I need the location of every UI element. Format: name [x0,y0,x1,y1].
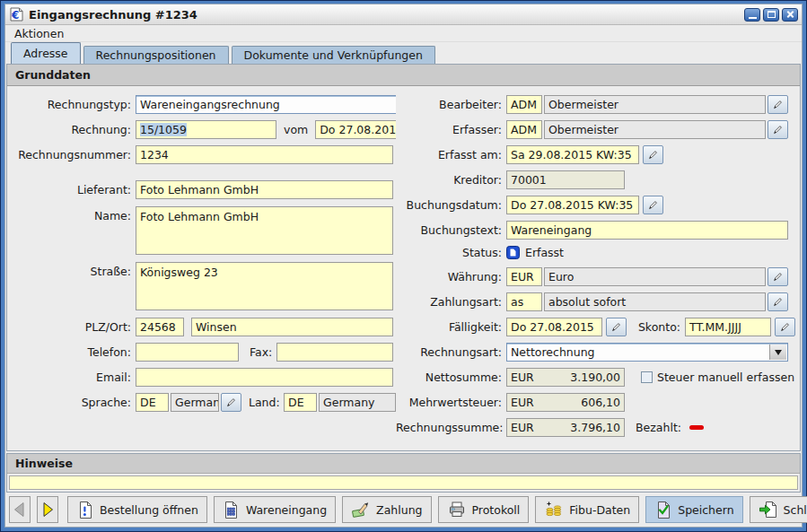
schliessen-button[interactable]: Schließen [750,496,807,523]
rechnungsnummer-field[interactable]: 1234 [136,145,393,164]
waehrung-label: Währung: [396,270,502,283]
speichern-button[interactable]: Speichern [645,496,742,523]
erfasser-picker-button[interactable] [768,120,788,139]
wareneingang-button[interactable]: Wareneingang [214,496,336,523]
rechnungsart-dropdown-button[interactable] [769,344,786,360]
left-column: Rechnungstyp: Wareneingangsrechnung Rech… [7,95,396,450]
kreditor-field: 70001 [506,170,625,189]
fibu-daten-button[interactable]: Fibu-Daten [535,496,639,523]
zahlung-label: Zahlung [376,503,422,517]
rechnungstyp-label: Rechnungstyp: [11,98,131,111]
skonto-label: Skonto: [634,320,680,334]
row-bearbeiter: Bearbeiter: ADM Obermeister [396,95,788,114]
pen-picker-icon [772,99,784,110]
email-label: Email: [11,371,131,384]
menu-aktionen[interactable]: Aktionen [13,27,66,40]
buchungsdatum-date-picker-button[interactable] [643,196,663,214]
grunddaten-panel: Grunddaten Rechnungstyp: Wareneingangsre… [6,64,801,451]
buchungsdatum-field[interactable]: Do 27.08.2015 KW:35 [506,196,639,214]
zahlungsart-picker-button[interactable] [768,292,788,311]
erfasst-am-date-picker-button[interactable] [643,145,663,164]
telefon-field[interactable] [136,343,239,362]
rechnung-vom-field[interactable]: Do 27.08.2015 [315,120,396,139]
hinweise-field[interactable] [9,475,798,490]
sprache-code-field[interactable]: DE [136,393,169,412]
right-column: Bearbeiter: ADM Obermeister Erfasser: AD… [396,95,800,450]
close-button[interactable] [782,8,798,22]
strasse-field[interactable]: Königsweg 23 [136,262,393,310]
faelligkeit-label: Fälligkeit: [396,320,502,334]
plz-field[interactable]: 24568 [136,318,184,336]
mehrwertsteuer-value: 606,10 [581,396,620,409]
blue-document-icon [506,246,520,259]
grunddaten-form: Rechnungstyp: Wareneingangsrechnung Rech… [7,86,800,450]
row-erfasst-am: Erfasst am: Sa 29.08.2015 KW:35 [396,145,788,164]
erfasser-code-field[interactable]: ADM [506,120,542,139]
fax-label: Fax: [250,345,272,359]
nettosumme-label: Nettosumme: [396,371,502,384]
faelligkeit-field[interactable]: Do 27.08.2015 [506,318,602,336]
row-kreditor: Kreditor: 70001 [396,170,788,189]
kreditor-label: Kreditor: [396,173,502,187]
row-email: Email: [11,368,396,387]
row-rechnungssumme: Rechnungssumme: EUR 3.796,10 Bezahlt: [396,418,788,437]
erfasser-name-field: Obermeister [544,120,766,139]
email-field[interactable] [136,368,393,387]
close-icon [786,11,794,19]
buchungstext-field[interactable]: Wareneingang [506,221,788,240]
forward-button[interactable] [37,496,58,523]
bottom-toolbar: Bestellung öffnen Wareneingang [5,493,802,527]
fax-field[interactable] [276,343,393,362]
bestellung-oeffnen-button[interactable]: Bestellung öffnen [67,496,207,523]
lieferant-field[interactable]: Foto Lehmann GmbH [136,180,393,199]
land-label: Land: [249,396,279,409]
hinweise-panel: Hinweise [6,453,801,493]
protokoll-button[interactable]: Protokoll [438,496,530,523]
rechnungsnummer-label: Rechnungsnummer: [11,148,131,161]
maximize-button[interactable] [763,8,779,22]
erfasst-am-label: Erfasst am: [396,148,502,161]
bearbeiter-code-field[interactable]: ADM [506,95,542,114]
row-lieferant: Lieferant: Foto Lehmann GmbH [11,180,396,199]
rechnungsart-dropdown[interactable]: Nettorechnung [506,343,788,362]
back-arrow-icon [10,500,30,519]
row-rechnung: Rechnung: 15/1059 vom Do 27.08.2015 [11,120,396,139]
plz-ort-label: PLZ/Ort: [11,320,131,334]
buchungstext-label: Buchungstext: [396,223,502,237]
sprache-name-field: German [171,393,219,412]
bestellung-oeffnen-label: Bestellung öffnen [100,503,198,517]
rechnungsart-value: Nettorechnung [511,345,595,359]
skonto-date-picker-button[interactable] [775,318,795,336]
minimize-button[interactable] [744,8,760,22]
row-telefon-fax: Telefon: Fax: [11,343,396,362]
row-status: Status: Erfasst [396,246,788,259]
row-buchungstext: Buchungstext: Wareneingang [396,221,788,240]
sprache-picker-button[interactable] [221,393,241,412]
waehrung-code-field[interactable]: EUR [506,267,542,286]
nettosumme-currency: EUR [511,371,534,384]
row-zahlungsart: Zahlungsart: as absolut sofort [396,292,788,311]
waehrung-picker-button[interactable] [768,267,788,286]
erfasst-am-field[interactable]: Sa 29.08.2015 KW:35 [506,145,639,164]
tab-adresse[interactable]: Adresse [11,42,81,64]
nettosumme-field: EUR 3.190,00 [506,368,625,387]
title-bar[interactable]: € Eingangsrechnung #1234 [5,4,802,25]
skonto-field[interactable]: TT.MM.JJJJ [685,318,771,336]
land-code-field[interactable]: DE [284,393,317,412]
rechnungstyp-field[interactable]: Wareneingangsrechnung [136,95,396,114]
bearbeiter-picker-button[interactable] [768,95,788,114]
ort-field[interactable]: Winsen [191,318,393,336]
row-sprache-land: Sprache: DE German Land: DE Germany [11,393,396,412]
rechnung-field[interactable]: 15/1059 [136,120,276,139]
zahlungsart-code-field[interactable]: as [506,292,542,311]
steuer-manuell-checkbox[interactable] [641,371,653,383]
menu-bar: Aktionen [5,25,802,42]
back-button[interactable] [9,496,31,523]
tab-dokumente[interactable]: Dokumente und Verknüpfungen [232,46,435,64]
zahlung-button[interactable]: Zahlung [342,496,431,523]
save-check-icon [654,501,672,519]
name-field[interactable]: Foto Lehmann GmbH [136,206,393,255]
faelligkeit-date-picker-button[interactable] [606,318,627,336]
tab-rechnungspositionen[interactable]: Rechnungspositionen [83,46,229,64]
svg-text:€: € [11,9,19,22]
